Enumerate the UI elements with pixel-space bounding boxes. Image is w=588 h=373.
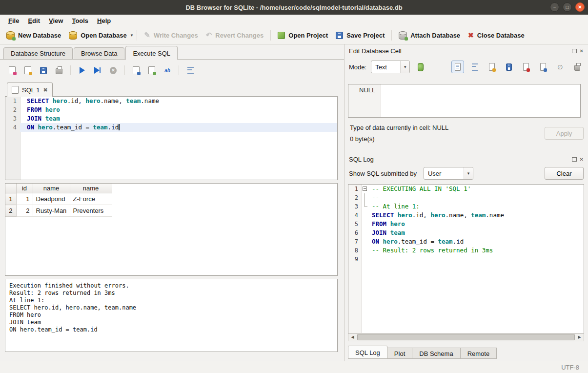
auto-switch-mode-button[interactable] bbox=[414, 61, 427, 73]
editor-line[interactable]: 2FROM hero bbox=[5, 105, 337, 114]
open-database-button[interactable]: Open Database bbox=[65, 29, 131, 42]
editor-line[interactable]: 3JOIN team bbox=[5, 114, 337, 123]
cell-id[interactable]: 2 bbox=[16, 205, 33, 217]
titlebar[interactable]: DB Browser for SQLite - /home/user/code/… bbox=[0, 0, 588, 15]
table-row[interactable]: 2 2 Rusty-Man Preventers bbox=[5, 205, 112, 217]
close-icon[interactable]: ✕ bbox=[575, 2, 585, 12]
close-tab-icon[interactable] bbox=[43, 87, 47, 93]
scrollbar-thumb[interactable] bbox=[357, 334, 575, 340]
new-database-button[interactable]: New Database bbox=[2, 29, 65, 42]
export-button[interactable] bbox=[537, 61, 549, 73]
cell-type-text: Type of data currently in cell: NULL bbox=[350, 124, 545, 131]
float-panel-icon[interactable] bbox=[572, 49, 577, 53]
tab-database-structure[interactable]: Database Structure bbox=[3, 47, 73, 59]
column-header-name-2[interactable]: name bbox=[70, 184, 112, 193]
app-window: DB Browser for SQLite - /home/user/code/… bbox=[0, 0, 588, 373]
column-header-name[interactable]: name bbox=[33, 184, 70, 193]
cell-hero-name[interactable]: Rusty-Man bbox=[33, 205, 70, 217]
close-panel-icon[interactable] bbox=[580, 157, 584, 162]
horizontal-scrollbar[interactable]: ◀ ▶ bbox=[348, 333, 584, 341]
word-wrap-button[interactable] bbox=[468, 61, 481, 73]
tab-sql-log[interactable]: SQL Log bbox=[348, 346, 387, 359]
set-null-button[interactable] bbox=[554, 61, 567, 73]
new-database-icon bbox=[6, 33, 15, 40]
auto-complete-button[interactable] bbox=[161, 64, 174, 77]
open-database-dropdown[interactable] bbox=[131, 30, 134, 40]
log-line: 3-- At line 1: bbox=[348, 202, 584, 211]
message-line: Result: 2 rows returned in 3ms bbox=[9, 290, 333, 297]
word-wrap-button[interactable] bbox=[184, 64, 197, 77]
text-mode-button[interactable] bbox=[451, 61, 464, 73]
tab-browse-data[interactable]: Browse Data bbox=[74, 47, 124, 59]
float-panel-icon[interactable] bbox=[572, 157, 577, 162]
cell-team-name[interactable]: Preventers bbox=[70, 205, 112, 217]
column-header-id[interactable]: id bbox=[16, 184, 33, 193]
sql-log-view[interactable]: 1-- EXECUTING ALL IN 'SQL 1'2--3-- At li… bbox=[348, 184, 584, 333]
open-sql-file-icon bbox=[24, 66, 31, 74]
editor-line[interactable]: 1SELECT hero.id, hero.name, team.name bbox=[5, 97, 337, 105]
apply-button[interactable]: Apply bbox=[545, 127, 584, 140]
menu-file[interactable]: File bbox=[4, 16, 23, 25]
fold-collapse-icon[interactable] bbox=[361, 185, 369, 193]
menu-help[interactable]: Help bbox=[93, 16, 115, 25]
menu-view[interactable]: View bbox=[44, 16, 67, 25]
scroll-right-icon[interactable]: ▶ bbox=[576, 335, 583, 339]
row-number[interactable]: 2 bbox=[5, 205, 16, 217]
message-line: SELECT hero.id, hero.name, team.name bbox=[9, 304, 333, 311]
log-line: 8-- Result: 2 rows returned in 3ms bbox=[348, 246, 584, 255]
tab-remote[interactable]: Remote bbox=[460, 348, 497, 359]
chevron-down-icon bbox=[400, 61, 409, 73]
open-file-icon bbox=[489, 63, 495, 71]
table-row[interactable]: 1 1 Deadpond Z-Force bbox=[5, 193, 112, 205]
save-results-button[interactable] bbox=[145, 64, 158, 77]
tab-execute-sql[interactable]: Execute SQL bbox=[125, 46, 178, 60]
cell-team-name[interactable]: Z-Force bbox=[70, 193, 112, 205]
menu-tools[interactable]: Tools bbox=[67, 16, 93, 25]
execute-current-line-button[interactable] bbox=[91, 64, 104, 77]
edit-cell-header: Edit Database Cell bbox=[349, 46, 584, 56]
close-panel-icon[interactable] bbox=[580, 48, 584, 54]
fold-margin bbox=[361, 220, 369, 228]
sql-editor[interactable]: 1SELECT hero.id, hero.name, team.name2FR… bbox=[5, 96, 338, 180]
cell-editor[interactable]: NULL bbox=[348, 84, 581, 118]
save-file-button[interactable] bbox=[503, 61, 515, 73]
scroll-left-icon[interactable]: ◀ bbox=[349, 335, 356, 339]
menu-edit[interactable]: Edit bbox=[23, 16, 44, 25]
log-line: 5FROM hero bbox=[348, 220, 584, 228]
open-file-button[interactable] bbox=[486, 61, 498, 73]
execute-all-button[interactable] bbox=[76, 64, 88, 77]
close-database-button[interactable]: Close Database bbox=[464, 29, 528, 41]
open-project-button[interactable]: Open Project bbox=[274, 29, 332, 41]
fold-margin bbox=[361, 237, 369, 246]
cell-editor-area[interactable] bbox=[381, 84, 580, 117]
submitted-by-select[interactable]: User bbox=[424, 167, 473, 180]
save-sql-file-button[interactable] bbox=[37, 64, 50, 77]
print-button[interactable] bbox=[571, 61, 584, 73]
fold-margin bbox=[361, 228, 369, 237]
print-button[interactable] bbox=[53, 64, 65, 77]
sql-editor-tab[interactable]: SQL 1 bbox=[7, 83, 53, 97]
tab-plot[interactable]: Plot bbox=[387, 348, 412, 359]
clear-button[interactable]: Clear bbox=[545, 167, 584, 180]
minimize-icon[interactable]: – bbox=[550, 2, 559, 12]
attach-database-button[interactable]: Attach Database bbox=[395, 29, 464, 42]
revert-changes-button[interactable]: Revert Changes bbox=[202, 28, 268, 42]
log-line: 1-- EXECUTING ALL IN 'SQL 1' bbox=[348, 185, 584, 193]
stop-button[interactable] bbox=[107, 64, 120, 77]
submitted-by-value: User bbox=[424, 170, 464, 177]
new-tab-icon bbox=[9, 66, 16, 74]
export-results-button[interactable] bbox=[130, 64, 142, 77]
tab-db-schema[interactable]: DB Schema bbox=[412, 348, 460, 359]
cell-hero-name[interactable]: Deadpond bbox=[33, 193, 70, 205]
maximize-icon[interactable]: □ bbox=[563, 2, 572, 12]
message-line: FROM hero bbox=[9, 311, 333, 319]
import-button[interactable] bbox=[520, 61, 532, 73]
cell-id[interactable]: 1 bbox=[16, 193, 33, 205]
mode-select[interactable]: Text bbox=[371, 61, 410, 73]
open-sql-file-button[interactable] bbox=[21, 64, 34, 77]
save-project-button[interactable]: Save Project bbox=[332, 29, 388, 41]
editor-line[interactable]: 4ON hero.team_id = team.id bbox=[5, 123, 337, 132]
row-number[interactable]: 1 bbox=[5, 193, 16, 205]
write-changes-button[interactable]: Write Changes bbox=[140, 28, 202, 42]
new-tab-button[interactable] bbox=[6, 64, 19, 77]
